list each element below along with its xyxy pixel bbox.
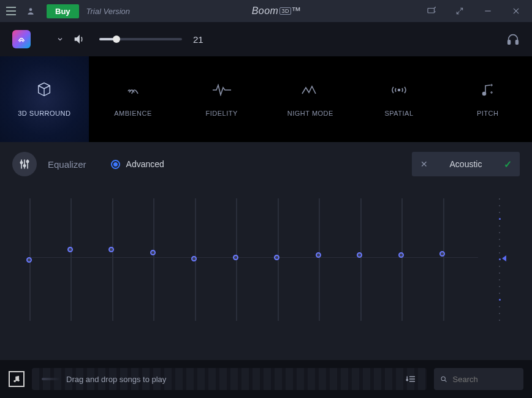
close-icon[interactable] <box>507 2 525 20</box>
headphone-icon[interactable] <box>506 32 520 46</box>
preset-cancel-button[interactable]: ✕ <box>412 159 436 169</box>
svg-point-20 <box>406 379 408 380</box>
svg-rect-1 <box>428 9 435 13</box>
bottom-bar: Drag and drop songs to play <box>0 360 532 398</box>
queue-icon[interactable] <box>406 374 417 385</box>
eq-band-slider[interactable] <box>443 198 444 321</box>
svg-point-21 <box>441 377 445 380</box>
eq-band-slider[interactable] <box>70 198 72 321</box>
eq-band-knob[interactable] <box>316 252 321 258</box>
svg-rect-5 <box>508 40 511 44</box>
mode-tabs: 3D SURROUNDAMBIENCEFIDELITYNIGHT MODESPA… <box>0 56 532 142</box>
preset-selector: ✕ Acoustic ✓ <box>412 152 520 176</box>
wishlist-icon[interactable] <box>423 2 440 20</box>
app-title: Boom3D™ <box>252 6 302 16</box>
mode-tab-ambience[interactable]: AMBIENCE <box>89 56 178 142</box>
advanced-label: Advanced <box>126 159 164 169</box>
eq-band-knob[interactable] <box>233 255 238 260</box>
equalizer-title: Equalizer <box>48 159 86 170</box>
eq-band-knob[interactable] <box>67 247 73 252</box>
gain-scale <box>496 198 503 321</box>
eq-band-slider[interactable] <box>29 198 31 321</box>
user-icon[interactable] <box>22 2 39 20</box>
mode-label: NIGHT MODE <box>287 110 333 117</box>
drop-hint: Drag and drop songs to play <box>66 375 166 384</box>
search-input[interactable] <box>453 375 517 384</box>
mode-tab-3d-surround[interactable]: 3D SURROUND <box>0 56 89 142</box>
mode-label: PITCH <box>477 110 499 117</box>
search-box[interactable] <box>434 368 523 390</box>
volume-value: 21 <box>193 34 203 45</box>
eq-band-knob[interactable] <box>357 252 362 258</box>
minimize-icon[interactable] <box>479 2 496 20</box>
eq-band-slider[interactable] <box>278 198 279 321</box>
buy-button[interactable]: Buy <box>47 4 79 18</box>
pulse-icon <box>213 81 231 99</box>
svg-point-0 <box>29 8 32 11</box>
trial-label: Trial Version <box>86 7 131 16</box>
eq-band-slider[interactable] <box>319 198 320 321</box>
eq-band-knob[interactable] <box>439 251 445 257</box>
cube-icon <box>36 81 53 99</box>
equalizer-sliders <box>0 180 532 351</box>
volume-slider[interactable] <box>99 38 182 40</box>
mode-tab-pitch[interactable]: PITCH <box>443 56 532 142</box>
volume-icon[interactable] <box>72 32 86 46</box>
svg-point-16 <box>17 380 20 382</box>
mode-label: FIDELITY <box>206 110 238 117</box>
spatial-icon <box>390 81 408 99</box>
eq-band-slider[interactable] <box>236 198 237 321</box>
drop-waveform-icon <box>42 378 60 380</box>
eq-band-slider[interactable] <box>401 198 403 321</box>
app-icon[interactable] <box>12 30 31 48</box>
eq-band-slider[interactable] <box>195 198 196 321</box>
titlebar-center: Boom3D™ <box>130 6 423 17</box>
eq-baseline <box>29 257 478 258</box>
waves-icon <box>124 81 142 99</box>
eq-band-slider[interactable] <box>153 198 154 321</box>
volume-bar: 21 <box>0 22 532 56</box>
mode-tab-fidelity[interactable]: FIDELITY <box>177 56 266 142</box>
mode-label: SPATIAL <box>384 110 413 117</box>
volume-thumb[interactable] <box>113 36 120 43</box>
advanced-toggle[interactable]: Advanced <box>111 159 164 169</box>
svg-point-10 <box>20 162 22 163</box>
mode-label: AMBIENCE <box>114 110 151 117</box>
svg-point-12 <box>23 165 25 167</box>
search-icon <box>440 375 448 384</box>
mode-tab-night-mode[interactable]: NIGHT MODE <box>266 56 355 142</box>
restore-down-icon[interactable] <box>451 2 468 20</box>
eq-band-slider[interactable] <box>112 198 113 321</box>
mode-tab-spatial[interactable]: SPATIAL <box>355 56 444 142</box>
pitch-icon <box>481 81 495 99</box>
radio-icon <box>111 160 120 169</box>
gain-marker[interactable] <box>502 255 506 261</box>
eq-band-knob[interactable] <box>150 250 156 255</box>
eq-band-knob[interactable] <box>191 256 197 261</box>
svg-line-22 <box>445 380 447 382</box>
svg-point-15 <box>13 380 16 383</box>
menu-button[interactable] <box>2 2 20 20</box>
eq-band-slider[interactable] <box>360 198 362 321</box>
svg-point-7 <box>398 89 400 91</box>
titlebar: Buy Trial Version Boom3D™ <box>0 0 532 22</box>
equalizer-icon[interactable] <box>12 152 37 176</box>
mode-label: 3D SURROUND <box>18 110 70 117</box>
preset-confirm-button[interactable]: ✓ <box>495 159 520 170</box>
svg-point-8 <box>482 92 485 96</box>
svg-rect-6 <box>516 40 519 44</box>
eq-band-knob[interactable] <box>108 247 114 252</box>
eq-band-knob[interactable] <box>26 257 32 263</box>
music-library-icon[interactable] <box>9 371 25 387</box>
chevron-down-icon[interactable] <box>56 36 64 43</box>
equalizer-header: Equalizer Advanced ✕ Acoustic ✓ <box>0 148 532 180</box>
eq-band-knob[interactable] <box>398 252 404 258</box>
night-icon <box>301 81 319 99</box>
svg-point-14 <box>26 160 28 162</box>
eq-band-knob[interactable] <box>274 255 279 260</box>
preset-name[interactable]: Acoustic <box>436 159 495 169</box>
drop-zone[interactable]: Drag and drop songs to play <box>32 368 427 390</box>
